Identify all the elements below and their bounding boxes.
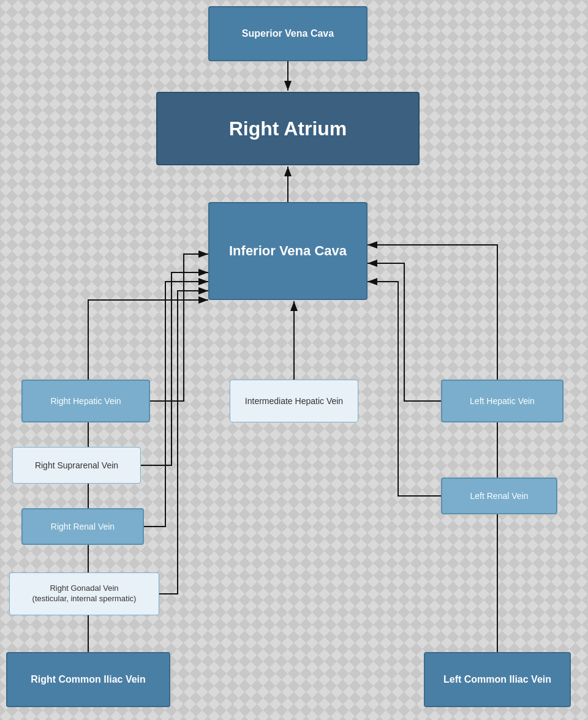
right-renal-vein-node: Right Renal Vein bbox=[21, 508, 144, 545]
left-common-iliac-vein-node: Left Common Iliac Vein bbox=[424, 652, 571, 707]
inferior-vena-cava-node: Inferior Vena Cava bbox=[208, 202, 368, 300]
left-renal-vein-node: Left Renal Vein bbox=[441, 478, 557, 514]
right-common-iliac-vein-node: Right Common Iliac Vein bbox=[6, 652, 170, 707]
intermediate-hepatic-vein-node: Intermediate Hepatic Vein bbox=[230, 380, 358, 422]
right-gonadal-vein-node: Right Gonadal Vein(testicular, internal … bbox=[9, 572, 159, 615]
right-atrium-node: Right Atrium bbox=[156, 92, 420, 165]
superior-vena-cava-node: Superior Vena Cava bbox=[208, 6, 368, 61]
right-suprarenal-vein-node: Right Suprarenal Vein bbox=[12, 447, 141, 484]
left-hepatic-vein-node: Left Hepatic Vein bbox=[441, 380, 564, 422]
right-hepatic-vein-node: Right Hepatic Vein bbox=[21, 380, 150, 422]
